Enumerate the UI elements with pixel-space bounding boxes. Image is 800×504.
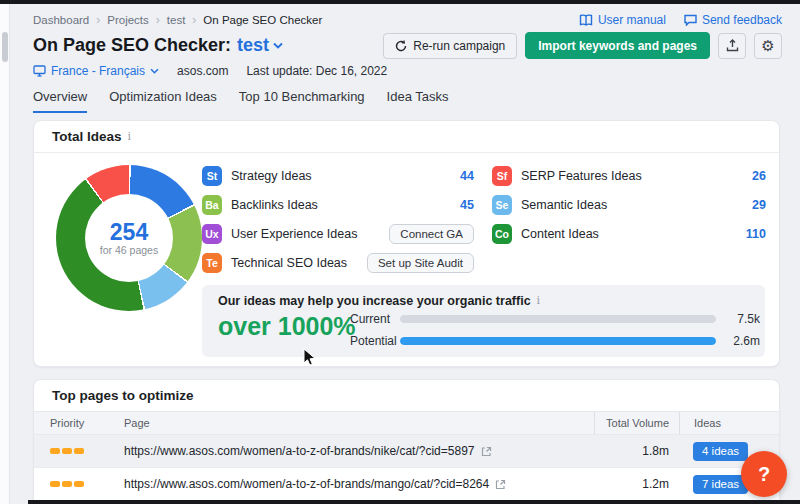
breadcrumb-separator: ›: [96, 13, 100, 27]
setup-site-audit-button[interactable]: Set up Site Audit: [367, 253, 474, 273]
last-update: Last update: Dec 16, 2022: [246, 64, 387, 78]
serp-features-ideas-count[interactable]: 26: [752, 169, 766, 183]
legend-label: Semantic Ideas: [521, 198, 607, 212]
send-feedback-link[interactable]: Send feedback: [684, 13, 782, 27]
semantic-ideas-count[interactable]: 29: [752, 198, 766, 212]
info-icon[interactable]: i: [537, 294, 541, 308]
tab-overview[interactable]: Overview: [33, 89, 87, 113]
locale-label: France - Français: [51, 64, 145, 78]
meta-row: France - Français asos.com Last update: …: [11, 61, 800, 78]
total-ideas-card: Total Ideas i 254 for 46 pages St Strate…: [33, 120, 780, 367]
page-url-link[interactable]: https://www.asos.com/women/a-to-z-of-bra…: [124, 477, 489, 491]
user-manual-link[interactable]: User manual: [579, 13, 666, 27]
top-pages-title: Top pages to optimize: [52, 388, 194, 403]
legend-label: SERP Features Ideas: [521, 169, 642, 183]
total-ideas-pages: for 46 pages: [100, 244, 158, 256]
breadcrumb-item-dashboard[interactable]: Dashboard: [33, 14, 89, 26]
total-ideas-title: Total Ideas: [52, 129, 122, 144]
serp-features-ideas-icon: Sf: [492, 166, 512, 186]
page-url-cell: https://www.asos.com/women/a-to-z-of-bra…: [124, 477, 594, 491]
legend-technical-seo: Te Technical SEO Ideas Set up Site Audit: [202, 248, 474, 277]
legend-label: Strategy Ideas: [231, 169, 312, 183]
top-pages-header: Top pages to optimize: [34, 380, 779, 411]
tab-optimization-ideas[interactable]: Optimization Ideas: [109, 89, 217, 113]
column-total-volume: Total Volume: [594, 412, 679, 434]
tab-top10-benchmarking[interactable]: Top 10 Benchmarking: [239, 89, 365, 113]
project-selector[interactable]: test: [237, 35, 283, 56]
traffic-title: Our ideas may help you increase your org…: [218, 294, 540, 308]
content-ideas-count[interactable]: 110: [746, 227, 766, 241]
feedback-bubble-icon: [684, 14, 697, 26]
refresh-icon: [395, 40, 407, 52]
window-bottom-edge: [28, 500, 800, 504]
help-button[interactable]: ?: [741, 451, 787, 497]
total-ideas-count: 254: [110, 220, 148, 244]
settings-button[interactable]: ⚙: [754, 33, 782, 59]
monitor-icon: [33, 65, 46, 77]
gear-icon: ⚙: [761, 38, 774, 53]
traffic-uplift-value: over 1000%: [218, 312, 356, 341]
column-page: Page: [124, 417, 594, 429]
connect-ga-button[interactable]: Connect GA: [389, 224, 474, 244]
app-window: Dashboard › Projects › test › On Page SE…: [0, 0, 800, 504]
content-ideas-icon: Co: [492, 224, 512, 244]
ideas-donut-chart[interactable]: 254 for 46 pages: [56, 165, 202, 311]
page-title-text: On Page SEO Checker:: [33, 35, 231, 56]
ideas-count-button[interactable]: 7 ideas: [693, 475, 748, 494]
breadcrumb-row: Dashboard › Projects › test › On Page SE…: [11, 4, 800, 27]
priority-indicator: [34, 481, 124, 487]
potential-traffic-bar: [400, 337, 716, 345]
campaign-domain: asos.com: [177, 64, 228, 78]
book-icon: [579, 14, 593, 26]
legend-label: Technical SEO Ideas: [231, 256, 347, 270]
legend-label: User Experience Ideas: [231, 227, 357, 241]
breadcrumb-current: On Page SEO Checker: [203, 14, 322, 26]
strategy-ideas-icon: St: [202, 166, 222, 186]
locale-selector[interactable]: France - Français: [33, 64, 159, 78]
page-url-link[interactable]: https://www.asos.com/women/a-to-z-of-bra…: [124, 444, 475, 458]
current-traffic-fill: [400, 315, 716, 323]
current-traffic-label: Current: [350, 312, 390, 326]
legend-serp-features: Sf SERP Features Ideas 26: [492, 161, 766, 190]
legend-semantic: Se Semantic Ideas 29: [492, 190, 766, 219]
external-link-icon[interactable]: [495, 479, 506, 490]
project-name: test: [237, 35, 269, 56]
ideas-count-button[interactable]: 4 ideas: [693, 442, 748, 461]
legend-column-right: Sf SERP Features Ideas 26 Se Semantic Id…: [492, 161, 766, 248]
breadcrumb-separator: ›: [192, 13, 196, 27]
potential-traffic-label: Potential: [350, 334, 397, 348]
export-button[interactable]: [718, 33, 746, 59]
legend-label: Content Ideas: [521, 227, 599, 241]
strategy-ideas-count[interactable]: 44: [460, 169, 474, 183]
rerun-campaign-button[interactable]: Re-run campaign: [383, 33, 517, 59]
potential-traffic-fill: [400, 337, 716, 345]
page-title: On Page SEO Checker: test: [33, 35, 283, 56]
traffic-uplift-panel: Our ideas may help you increase your org…: [202, 285, 765, 357]
header-actions: Re-run campaign Import keywords and page…: [383, 32, 782, 59]
table-header: Priority Page Total Volume Ideas: [34, 411, 779, 435]
total-volume-value: 1.8m: [594, 444, 679, 458]
send-feedback-label: Send feedback: [702, 13, 782, 27]
total-ideas-body: 254 for 46 pages St Strategy Ideas 44 Ba…: [34, 153, 779, 366]
breadcrumb-item-projects[interactable]: Projects: [107, 14, 149, 26]
table-row: https://www.asos.com/women/a-to-z-of-bra…: [34, 435, 779, 468]
import-keywords-button[interactable]: Import keywords and pages: [525, 32, 710, 59]
backlinks-ideas-count[interactable]: 45: [460, 198, 474, 212]
donut-center: 254 for 46 pages: [85, 194, 173, 282]
column-ideas: Ideas: [679, 412, 779, 434]
header-links: User manual Send feedback: [579, 13, 782, 27]
title-row: On Page SEO Checker: test Re-run campaig…: [11, 27, 800, 61]
potential-traffic-value: 2.6m: [722, 334, 760, 348]
scrollbar-thumb[interactable]: [2, 32, 8, 62]
breadcrumb-item-test[interactable]: test: [167, 14, 186, 26]
current-traffic-bar: [400, 315, 716, 323]
tab-idea-tasks[interactable]: Idea Tasks: [387, 89, 449, 113]
user-experience-ideas-icon: Ux: [202, 224, 222, 244]
info-icon[interactable]: i: [128, 130, 132, 143]
user-manual-label: User manual: [598, 13, 666, 27]
backlinks-ideas-icon: Ba: [202, 195, 222, 215]
external-link-icon[interactable]: [481, 446, 492, 457]
current-traffic-value: 7.5k: [722, 312, 760, 326]
legend-column-left: St Strategy Ideas 44 Ba Backlinks Ideas …: [202, 161, 474, 277]
export-icon: [726, 39, 739, 52]
